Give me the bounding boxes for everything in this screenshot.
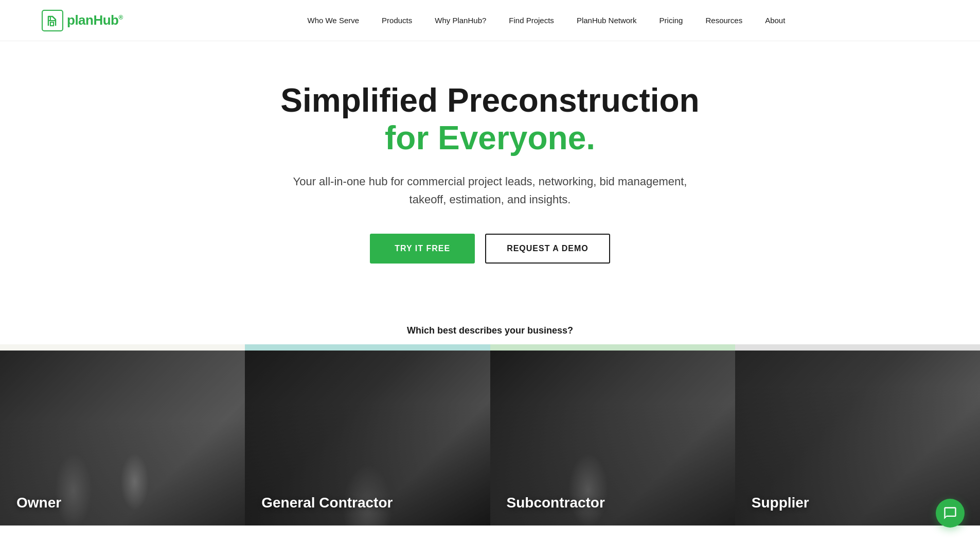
request-demo-button[interactable]: REQUEST A DEMO — [485, 234, 610, 264]
nav-links: Who We Serve Products Why PlanHub? Find … — [154, 11, 939, 30]
nav-item-resources[interactable]: Resources — [694, 11, 754, 30]
logo-reg: ® — [119, 14, 123, 21]
card-owner[interactable]: Owner — [0, 351, 245, 526]
hero-section: Simplified Preconstruction for Everyone.… — [0, 41, 980, 294]
nav-link-resources[interactable]: Resources — [694, 11, 754, 30]
hero-description: Your all-in-one hub for commercial proje… — [279, 172, 701, 208]
logo-text: planHub® — [67, 12, 123, 28]
business-cards: Owner General Contractor Subcontractor S… — [0, 351, 980, 526]
nav-link-pricing[interactable]: Pricing — [648, 11, 694, 30]
nav-link-products[interactable]: Products — [370, 11, 423, 30]
nav-link-planhub-network[interactable]: PlanHub Network — [565, 11, 648, 30]
logo-plan: plan — [67, 12, 93, 28]
hero-title-line2: for Everyone. — [385, 119, 595, 156]
color-strip-sub — [490, 344, 735, 351]
nav-item-about[interactable]: About — [754, 11, 796, 30]
svg-rect-1 — [50, 22, 54, 26]
color-strip-gc — [245, 344, 490, 351]
nav-link-who-we-serve[interactable]: Who We Serve — [296, 11, 370, 30]
color-strip — [0, 344, 980, 351]
card-label-gc: General Contractor — [261, 495, 393, 511]
card-general-contractor[interactable]: General Contractor — [245, 351, 490, 526]
nav-item-planhub-network[interactable]: PlanHub Network — [565, 11, 648, 30]
card-label-owner: Owner — [16, 495, 61, 511]
card-label-sub: Subcontractor — [507, 495, 605, 511]
nav-item-pricing[interactable]: Pricing — [648, 11, 694, 30]
try-it-free-button[interactable]: TRY IT FREE — [370, 234, 475, 264]
nav-item-who-we-serve[interactable]: Who We Serve — [296, 11, 370, 30]
card-subcontractor[interactable]: Subcontractor — [490, 351, 735, 526]
logo-hub: Hub — [93, 12, 118, 28]
nav-item-products[interactable]: Products — [370, 11, 423, 30]
hero-buttons: TRY IT FREE REQUEST A DEMO — [370, 234, 610, 264]
logo-icon — [41, 9, 64, 32]
chat-icon — [943, 506, 957, 520]
color-strip-owner — [0, 344, 245, 351]
nav-link-why-planhub[interactable]: Why PlanHub? — [423, 11, 497, 30]
business-section: Which best describes your business? Owne… — [0, 325, 980, 526]
nav-item-find-projects[interactable]: Find Projects — [497, 11, 565, 30]
nav-item-why-planhub[interactable]: Why PlanHub? — [423, 11, 497, 30]
nav-link-find-projects[interactable]: Find Projects — [497, 11, 565, 30]
hero-title: Simplified Preconstruction for Everyone. — [280, 82, 699, 158]
chat-widget[interactable] — [936, 499, 965, 528]
nav-link-about[interactable]: About — [754, 11, 796, 30]
hero-title-line1: Simplified Preconstruction — [280, 82, 699, 119]
card-supplier[interactable]: Supplier — [735, 351, 980, 526]
color-strip-supplier — [735, 344, 980, 351]
business-question: Which best describes your business? — [0, 325, 980, 344]
navigation: planHub® Who We Serve Products Why PlanH… — [0, 0, 980, 41]
card-label-supplier: Supplier — [752, 495, 809, 511]
logo[interactable]: planHub® — [41, 9, 123, 32]
